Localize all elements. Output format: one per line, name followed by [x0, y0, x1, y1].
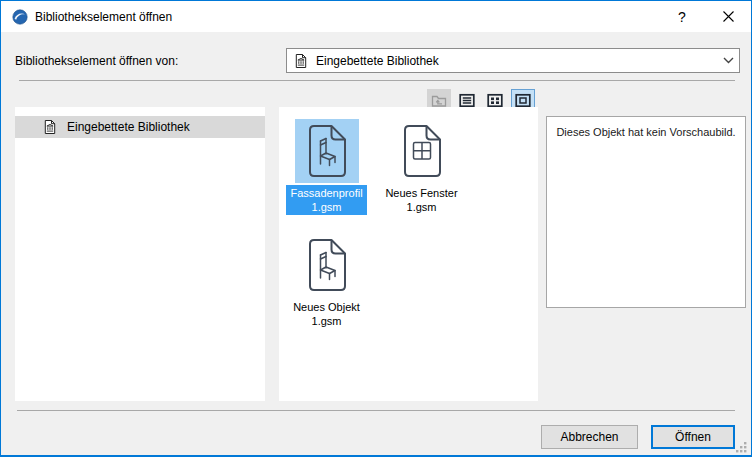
archicad-logo-icon: [12, 9, 28, 25]
file-label: Fassadenprofil1.gsm: [286, 185, 366, 215]
open-button[interactable]: Öffnen: [651, 425, 735, 449]
tree-item-label: Eingebettete Bibliothek: [67, 120, 190, 134]
library-source-value: Eingebettete Bibliothek: [316, 54, 717, 68]
library-tree-panel: Eingebettete Bibliothek: [15, 107, 265, 401]
help-glyph: ?: [678, 9, 686, 25]
close-button[interactable]: [705, 1, 751, 32]
embedded-library-icon: [42, 119, 58, 135]
resize-grip[interactable]: [735, 440, 748, 453]
window-document-icon: [390, 119, 454, 183]
file-name: Neues Fenster: [385, 187, 457, 199]
open-from-label: Bibliothekselement öffnen von:: [15, 54, 178, 68]
open-library-element-dialog: Bibliothekselement öffnen ? Bibliothekse…: [0, 0, 752, 457]
tree-item-embedded-library[interactable]: Eingebettete Bibliothek: [15, 116, 265, 138]
chevron-down-icon: [717, 49, 739, 72]
file-ext: 1.gsm: [407, 201, 437, 213]
file-item-neues-objekt[interactable]: Neues Objekt1.gsm: [279, 233, 374, 329]
window-controls: ?: [659, 1, 751, 32]
preview-panel: Dieses Objekt hat kein Vorschaubild.: [546, 116, 746, 308]
footer-separator: [17, 410, 735, 411]
file-name: Fassadenprofil: [290, 187, 362, 199]
titlebar: Bibliothekselement öffnen ?: [1, 1, 751, 32]
no-preview-message: Dieses Objekt hat kein Vorschaubild.: [556, 126, 735, 138]
object-document-icon: [295, 233, 359, 297]
file-label: Neues Objekt1.gsm: [289, 299, 364, 329]
file-item-neues-fenster[interactable]: Neues Fenster1.gsm: [374, 119, 469, 215]
close-icon: [723, 9, 734, 25]
object-document-icon: [295, 119, 359, 183]
file-ext: 1.gsm: [312, 201, 342, 213]
file-item-fassadenprofil[interactable]: Fassadenprofil1.gsm: [279, 119, 374, 215]
help-button[interactable]: ?: [659, 1, 705, 32]
window-title: Bibliothekselement öffnen: [35, 10, 172, 24]
library-source-select[interactable]: Eingebettete Bibliothek: [286, 48, 740, 73]
file-label: Neues Fenster1.gsm: [381, 185, 461, 215]
file-name: Neues Objekt: [293, 301, 360, 313]
cancel-button[interactable]: Abbrechen: [541, 425, 638, 449]
embedded-library-icon: [293, 53, 309, 69]
top-separator: [19, 80, 735, 81]
file-list-panel: Fassadenprofil1.gsm Neues Fenster1.gsm: [279, 107, 538, 401]
file-grid: Fassadenprofil1.gsm Neues Fenster1.gsm: [279, 119, 469, 329]
file-ext: 1.gsm: [312, 315, 342, 327]
